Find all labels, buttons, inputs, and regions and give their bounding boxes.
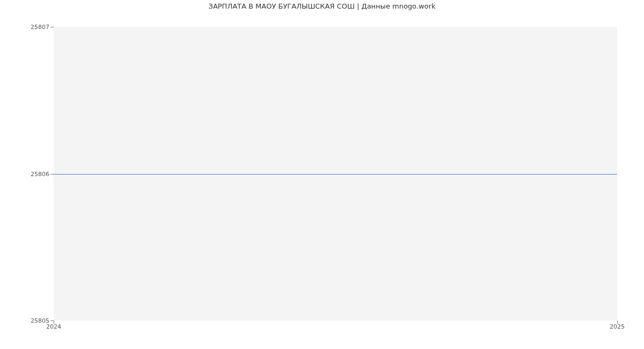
y-tick: [50, 27, 54, 27]
y-tick-label: 25806: [0, 170, 49, 177]
chart-title: ЗАРПЛАТА В МАОУ БУГАЛЫШСКАЯ СОШ | Данные…: [0, 2, 644, 10]
plot-area: [54, 27, 617, 321]
y-tick-label: 25807: [0, 24, 49, 31]
chart-container: ЗАРПЛАТА В МАОУ БУГАЛЫШСКАЯ СОШ | Данные…: [0, 0, 644, 349]
y-tick-label: 25805: [0, 317, 49, 324]
x-tick-label: 2025: [610, 323, 625, 330]
salary-line: [54, 174, 617, 174]
x-tick-label: 2024: [46, 323, 61, 330]
x-tick: [617, 321, 618, 324]
x-tick: [54, 321, 54, 324]
